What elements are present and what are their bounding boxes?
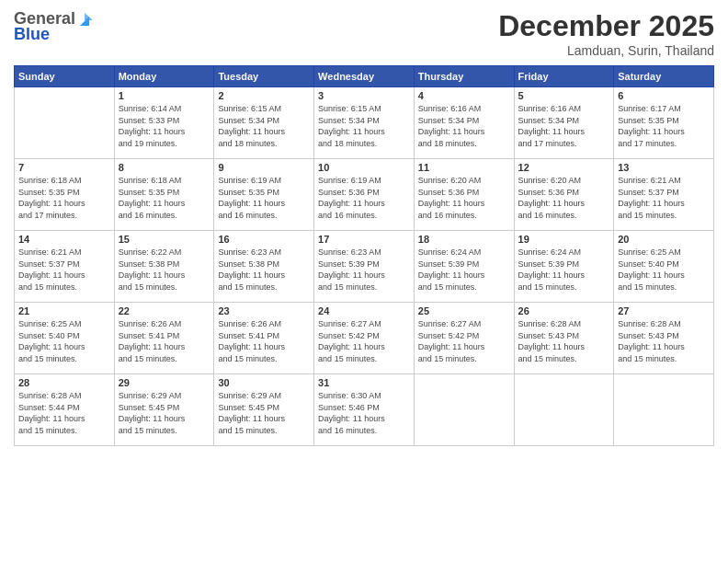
day-number: 30 bbox=[218, 377, 310, 388]
weekday-header-monday: Monday bbox=[114, 66, 214, 87]
day-number: 15 bbox=[119, 234, 210, 245]
calendar-cell: 21Sunrise: 6:25 AM Sunset: 5:40 PM Dayli… bbox=[15, 303, 115, 374]
day-info: Sunrise: 6:21 AM Sunset: 5:37 PM Dayligh… bbox=[18, 247, 110, 293]
day-number: 22 bbox=[119, 305, 210, 316]
day-info: Sunrise: 6:26 AM Sunset: 5:41 PM Dayligh… bbox=[119, 318, 210, 364]
day-info: Sunrise: 6:27 AM Sunset: 5:42 PM Dayligh… bbox=[318, 318, 410, 364]
day-info: Sunrise: 6:16 AM Sunset: 5:34 PM Dayligh… bbox=[518, 103, 610, 149]
day-info: Sunrise: 6:25 AM Sunset: 5:40 PM Dayligh… bbox=[618, 247, 710, 293]
day-number: 20 bbox=[618, 234, 710, 245]
calendar-cell: 10Sunrise: 6:19 AM Sunset: 5:36 PM Dayli… bbox=[314, 159, 415, 231]
day-number: 7 bbox=[18, 162, 110, 173]
calendar-cell: 15Sunrise: 6:22 AM Sunset: 5:38 PM Dayli… bbox=[114, 231, 214, 303]
location-subtitle: Lamduan, Surin, Thailand bbox=[498, 43, 714, 58]
calendar-cell: 11Sunrise: 6:20 AM Sunset: 5:36 PM Dayli… bbox=[414, 159, 514, 231]
calendar-cell: 7Sunrise: 6:18 AM Sunset: 5:35 PM Daylig… bbox=[15, 159, 115, 231]
calendar-table: SundayMondayTuesdayWednesdayThursdayFrid… bbox=[14, 65, 714, 446]
day-number: 12 bbox=[518, 162, 610, 173]
day-info: Sunrise: 6:18 AM Sunset: 5:35 PM Dayligh… bbox=[18, 175, 110, 221]
day-info: Sunrise: 6:28 AM Sunset: 5:43 PM Dayligh… bbox=[618, 318, 710, 364]
weekday-header-wednesday: Wednesday bbox=[314, 66, 415, 87]
day-number: 3 bbox=[318, 90, 410, 101]
day-number: 13 bbox=[618, 162, 710, 173]
svg-marker-1 bbox=[85, 13, 93, 20]
calendar-cell: 29Sunrise: 6:29 AM Sunset: 5:45 PM Dayli… bbox=[114, 374, 214, 446]
day-info: Sunrise: 6:30 AM Sunset: 5:46 PM Dayligh… bbox=[318, 390, 410, 436]
calendar-cell bbox=[15, 87, 115, 159]
calendar-week-2: 7Sunrise: 6:18 AM Sunset: 5:35 PM Daylig… bbox=[15, 159, 714, 231]
day-number: 18 bbox=[418, 234, 510, 245]
day-number: 27 bbox=[618, 305, 710, 316]
month-title: December 2025 bbox=[498, 9, 714, 43]
day-number: 9 bbox=[218, 162, 310, 173]
calendar-cell bbox=[414, 374, 514, 446]
calendar-body: 1Sunrise: 6:14 AM Sunset: 5:33 PM Daylig… bbox=[15, 87, 714, 446]
calendar-cell: 26Sunrise: 6:28 AM Sunset: 5:43 PM Dayli… bbox=[514, 303, 614, 374]
calendar-cell: 18Sunrise: 6:24 AM Sunset: 5:39 PM Dayli… bbox=[414, 231, 514, 303]
header: General Blue December 2025 Lamduan, Suri… bbox=[14, 9, 714, 58]
day-number: 29 bbox=[119, 377, 210, 388]
calendar-cell: 28Sunrise: 6:28 AM Sunset: 5:44 PM Dayli… bbox=[15, 374, 115, 446]
day-number: 26 bbox=[518, 305, 610, 316]
calendar-cell: 27Sunrise: 6:28 AM Sunset: 5:43 PM Dayli… bbox=[614, 303, 714, 374]
day-number: 17 bbox=[318, 234, 410, 245]
day-info: Sunrise: 6:20 AM Sunset: 5:36 PM Dayligh… bbox=[518, 175, 610, 221]
calendar-cell bbox=[514, 374, 614, 446]
day-number: 24 bbox=[318, 305, 410, 316]
day-number: 11 bbox=[418, 162, 510, 173]
day-info: Sunrise: 6:20 AM Sunset: 5:36 PM Dayligh… bbox=[418, 175, 510, 221]
day-info: Sunrise: 6:19 AM Sunset: 5:35 PM Dayligh… bbox=[218, 175, 310, 221]
day-info: Sunrise: 6:23 AM Sunset: 5:38 PM Dayligh… bbox=[218, 247, 310, 293]
calendar-cell: 5Sunrise: 6:16 AM Sunset: 5:34 PM Daylig… bbox=[514, 87, 614, 159]
weekday-header-sunday: Sunday bbox=[15, 66, 115, 87]
calendar-cell: 14Sunrise: 6:21 AM Sunset: 5:37 PM Dayli… bbox=[15, 231, 115, 303]
day-number: 19 bbox=[518, 234, 610, 245]
title-block: December 2025 Lamduan, Surin, Thailand bbox=[498, 9, 714, 58]
day-number: 23 bbox=[218, 305, 310, 316]
day-info: Sunrise: 6:22 AM Sunset: 5:38 PM Dayligh… bbox=[119, 247, 210, 293]
calendar-week-1: 1Sunrise: 6:14 AM Sunset: 5:33 PM Daylig… bbox=[15, 87, 714, 159]
day-info: Sunrise: 6:24 AM Sunset: 5:39 PM Dayligh… bbox=[418, 247, 510, 293]
day-info: Sunrise: 6:17 AM Sunset: 5:35 PM Dayligh… bbox=[618, 103, 710, 149]
day-number: 5 bbox=[518, 90, 610, 101]
day-info: Sunrise: 6:23 AM Sunset: 5:39 PM Dayligh… bbox=[318, 247, 410, 293]
calendar-cell: 3Sunrise: 6:15 AM Sunset: 5:34 PM Daylig… bbox=[314, 87, 415, 159]
day-number: 1 bbox=[119, 90, 210, 101]
day-info: Sunrise: 6:15 AM Sunset: 5:34 PM Dayligh… bbox=[218, 103, 310, 149]
day-info: Sunrise: 6:16 AM Sunset: 5:34 PM Dayligh… bbox=[418, 103, 510, 149]
calendar-cell: 23Sunrise: 6:26 AM Sunset: 5:41 PM Dayli… bbox=[214, 303, 314, 374]
calendar-cell: 20Sunrise: 6:25 AM Sunset: 5:40 PM Dayli… bbox=[614, 231, 714, 303]
weekday-header-saturday: Saturday bbox=[614, 66, 714, 87]
calendar-cell bbox=[614, 374, 714, 446]
day-info: Sunrise: 6:21 AM Sunset: 5:37 PM Dayligh… bbox=[618, 175, 710, 221]
day-info: Sunrise: 6:29 AM Sunset: 5:45 PM Dayligh… bbox=[218, 390, 310, 436]
calendar-cell: 22Sunrise: 6:26 AM Sunset: 5:41 PM Dayli… bbox=[114, 303, 214, 374]
logo: General Blue bbox=[14, 9, 93, 44]
calendar-cell: 6Sunrise: 6:17 AM Sunset: 5:35 PM Daylig… bbox=[614, 87, 714, 159]
calendar-cell: 4Sunrise: 6:16 AM Sunset: 5:34 PM Daylig… bbox=[414, 87, 514, 159]
logo-icon bbox=[76, 11, 93, 28]
calendar-cell: 9Sunrise: 6:19 AM Sunset: 5:35 PM Daylig… bbox=[214, 159, 314, 231]
day-number: 4 bbox=[418, 90, 510, 101]
calendar-cell: 2Sunrise: 6:15 AM Sunset: 5:34 PM Daylig… bbox=[214, 87, 314, 159]
weekday-header-row: SundayMondayTuesdayWednesdayThursdayFrid… bbox=[15, 66, 714, 87]
day-info: Sunrise: 6:29 AM Sunset: 5:45 PM Dayligh… bbox=[119, 390, 210, 436]
calendar-cell: 25Sunrise: 6:27 AM Sunset: 5:42 PM Dayli… bbox=[414, 303, 514, 374]
day-number: 6 bbox=[618, 90, 710, 101]
calendar-cell: 8Sunrise: 6:18 AM Sunset: 5:35 PM Daylig… bbox=[114, 159, 214, 231]
calendar-cell: 24Sunrise: 6:27 AM Sunset: 5:42 PM Dayli… bbox=[314, 303, 415, 374]
day-info: Sunrise: 6:28 AM Sunset: 5:43 PM Dayligh… bbox=[518, 318, 610, 364]
calendar-week-5: 28Sunrise: 6:28 AM Sunset: 5:44 PM Dayli… bbox=[15, 374, 714, 446]
calendar-header: SundayMondayTuesdayWednesdayThursdayFrid… bbox=[15, 66, 714, 87]
day-info: Sunrise: 6:19 AM Sunset: 5:36 PM Dayligh… bbox=[318, 175, 410, 221]
day-info: Sunrise: 6:27 AM Sunset: 5:42 PM Dayligh… bbox=[418, 318, 510, 364]
calendar-week-3: 14Sunrise: 6:21 AM Sunset: 5:37 PM Dayli… bbox=[15, 231, 714, 303]
day-number: 10 bbox=[318, 162, 410, 173]
calendar-cell: 17Sunrise: 6:23 AM Sunset: 5:39 PM Dayli… bbox=[314, 231, 415, 303]
day-info: Sunrise: 6:14 AM Sunset: 5:33 PM Dayligh… bbox=[119, 103, 210, 149]
day-number: 2 bbox=[218, 90, 310, 101]
day-number: 25 bbox=[418, 305, 510, 316]
weekday-header-tuesday: Tuesday bbox=[214, 66, 314, 87]
day-info: Sunrise: 6:25 AM Sunset: 5:40 PM Dayligh… bbox=[18, 318, 110, 364]
day-number: 28 bbox=[18, 377, 110, 388]
